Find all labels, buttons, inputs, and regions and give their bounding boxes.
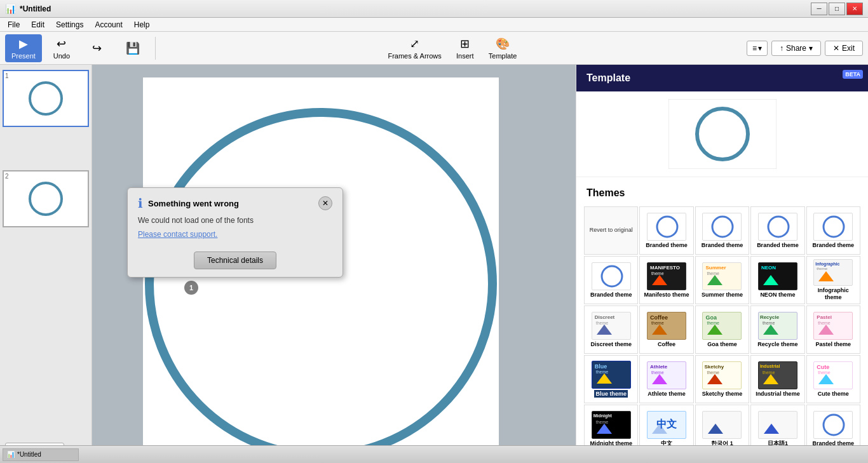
menubar: File Edit Settings Account Help [0,18,868,32]
chevron-down-icon: ▾ [758,44,762,53]
coffee-preview: Coffee theme [647,312,686,340]
theme-branded-3[interactable]: Branded theme [750,206,804,255]
toolbar-divider-1 [155,37,156,60]
present-button[interactable]: ▶ Present [5,34,42,62]
branded-2-label: Branded theme [702,242,743,249]
blue-label: Blue theme [594,390,628,398]
branded-preview-6 [813,411,853,439]
theme-pastel[interactable]: Pastel theme Pastel theme [806,305,860,354]
theme-sketchy[interactable]: Sketchy theme Sketchy theme [695,355,749,403]
theme-cute[interactable]: Cute theme Cute theme [806,355,860,403]
discreet-preview: Discreet theme [592,312,631,340]
themes-panel: Themes Revert to original Branded theme [576,177,868,463]
error-icon: ℹ [138,196,143,211]
menu-file[interactable]: File [3,19,25,30]
svg-point-7 [657,217,677,237]
branded-preview-3 [758,213,797,241]
industrial-label: Industrial theme [756,391,800,398]
menu-help[interactable]: Help [129,19,155,30]
theme-branded-5[interactable]: Branded theme [584,256,638,304]
sketchy-label: Sketchy theme [702,391,743,398]
app-icon: 📊 [5,4,16,14]
error-close-button[interactable]: ✕ [318,196,332,210]
svg-marker-20 [818,325,834,335]
taskbar-app-icon: 📊 [7,451,15,458]
present-icon: ▶ [19,37,28,51]
technical-details-button[interactable]: Technical details [194,252,276,269]
athlete-preview: Athlete theme [647,361,686,389]
branded-3-label: Branded theme [757,242,799,249]
menu-settings[interactable]: Settings [51,19,88,30]
theme-goa[interactable]: Goa theme Goa theme [695,305,749,354]
redo-button[interactable]: ↪ [81,39,113,58]
theme-infographic[interactable]: Infographic theme Infographic theme [806,256,860,304]
share-button[interactable]: ↑ Share ▾ [771,41,821,56]
svg-point-8 [712,217,733,237]
insert-button[interactable]: ⊞ Insert [449,34,481,62]
error-footer: Technical details [128,246,342,277]
slide-thumb-2[interactable]: 2 [3,170,89,227]
template-button[interactable]: 🎨 Template [482,34,524,62]
menu-account[interactable]: Account [90,19,127,30]
branded-preview-2 [702,213,742,241]
slide-thumb-1[interactable]: 1 [3,70,89,127]
svg-point-9 [768,217,789,237]
toolbar-center: ⤢ Frames & Arrows ⊞ Insert 🎨 Template [162,34,743,62]
taskbar-app-label: *Untitled [17,451,41,458]
goa-label: Goa theme [707,341,737,348]
close-button[interactable]: ✕ [846,3,863,15]
theme-coffee[interactable]: Coffee theme Coffee [639,305,693,354]
template-title: Template [587,72,630,83]
save-button[interactable]: 💾 [117,39,149,58]
theme-recycle[interactable]: Recycle theme Recycle theme [750,305,804,354]
summer-preview: Summer theme [702,262,742,290]
revert-label: Revert to original [590,227,633,234]
error-header: ℹ Something went wrong ✕ [128,188,342,216]
svg-point-4 [149,112,492,455]
svg-marker-15 [818,271,834,281]
frames-arrows-button[interactable]: ⤢ Frames & Arrows [381,34,447,62]
taskbar: 📊 *Untitled [0,445,868,463]
minimize-button[interactable]: ─ [811,3,827,15]
korean-preview [702,411,742,439]
theme-discreet[interactable]: Discreet theme Discreet theme [584,305,638,354]
svg-marker-27 [652,424,667,434]
theme-industrial[interactable]: Industrial theme Industrial theme [750,355,804,403]
theme-athlete[interactable]: Athlete theme Athlete theme [639,355,693,403]
error-body: We could not load one of the fonts Pleas… [128,216,342,246]
slide-2-preview [11,177,81,221]
template-header: Template BETA [576,65,868,91]
toolbar-right: ≡ ▾ ↑ Share ▾ ✕ Exit [747,41,863,56]
titlebar: 📊 *Untitled ─ □ ✕ [0,0,868,18]
theme-revert[interactable]: Revert to original [584,206,638,255]
svg-marker-12 [652,275,667,285]
theme-branded-2[interactable]: Branded theme [695,206,749,255]
svg-marker-28 [708,424,723,434]
template-preview-svg [668,99,776,169]
theme-neon[interactable]: NEON NEON theme [750,256,804,304]
pastel-preview: Pastel theme [813,312,853,340]
cute-preview: Cute theme [813,361,853,389]
svg-marker-26 [597,424,612,434]
theme-branded-4[interactable]: Branded theme [806,206,860,255]
menu-edit[interactable]: Edit [26,19,50,30]
svg-marker-25 [818,374,834,384]
theme-manifesto[interactable]: MANIFESTO theme Manifesto theme [639,256,693,304]
midnight-preview: Midnight theme [592,411,631,439]
theme-branded-1[interactable]: Branded theme [639,206,693,255]
manifesto-preview: MANIFESTO theme [647,262,686,290]
svg-marker-17 [652,325,667,335]
theme-blue[interactable]: Blue theme Blue theme [584,355,638,403]
error-dialog: ℹ Something went wrong ✕ We could not lo… [127,187,343,278]
neon-preview: NEON [758,262,797,290]
undo-button[interactable]: ↩ Undo [46,34,78,62]
error-support-link[interactable]: Please contact support. [138,230,217,239]
svg-marker-24 [763,374,778,384]
maximize-button[interactable]: □ [829,3,845,15]
exit-icon: ✕ [833,44,839,53]
svg-marker-29 [764,424,779,434]
theme-summer[interactable]: Summer theme Summer theme [695,256,749,304]
view-options-button[interactable]: ≡ ▾ [747,41,768,56]
taskbar-app[interactable]: 📊 *Untitled [3,448,79,461]
exit-button[interactable]: ✕ Exit [825,41,863,56]
